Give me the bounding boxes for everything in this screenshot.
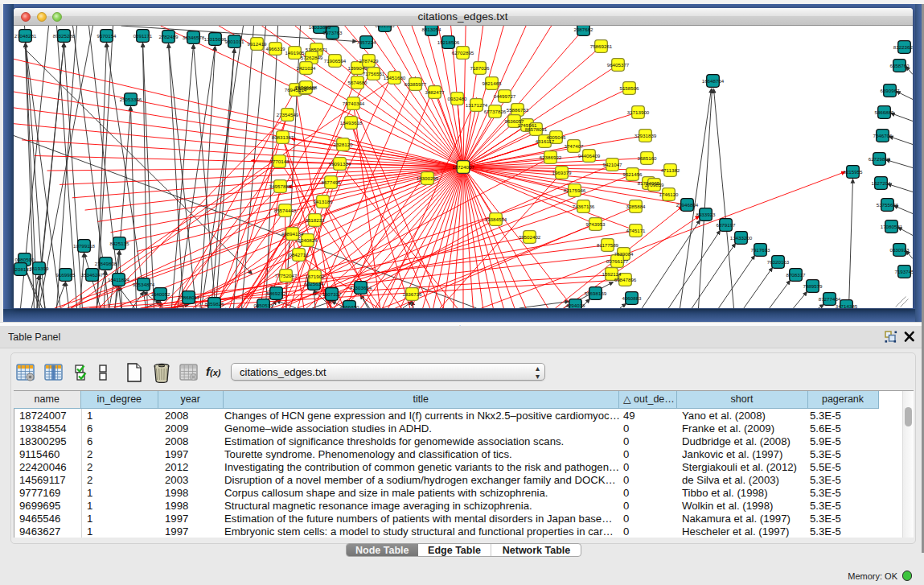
svg-text:9413186: 9413186	[313, 199, 333, 204]
svg-text:49894134: 49894134	[281, 231, 303, 237]
svg-text:82175946: 82175946	[563, 187, 585, 193]
svg-text:80831367: 80831367	[271, 134, 294, 140]
svg-text:67737826: 67737826	[483, 109, 506, 114]
svg-text:1746120: 1746120	[659, 192, 679, 197]
svg-text:3619399: 3619399	[29, 266, 49, 271]
svg-text:0330923: 0330923	[889, 247, 910, 253]
svg-text:16648764: 16648764	[701, 78, 724, 84]
svg-text:9521456: 9521456	[622, 171, 643, 177]
svg-text:4711382: 4711382	[660, 167, 680, 173]
svg-text:5674680: 5674680	[347, 80, 368, 85]
svg-text:31713900: 31713900	[626, 109, 649, 115]
svg-text:3747407: 3747407	[564, 143, 584, 149]
svg-text:94406409: 94406409	[577, 153, 600, 159]
svg-text:27849808: 27849808	[94, 261, 117, 266]
svg-text:71746488: 71746488	[294, 84, 317, 90]
svg-text:4005045: 4005045	[546, 134, 566, 140]
svg-text:39502402: 39502402	[518, 234, 540, 240]
svg-text:1836736: 1836736	[402, 291, 422, 297]
svg-text:00766177: 00766177	[606, 258, 628, 264]
svg-text:3285884: 3285884	[626, 204, 646, 209]
svg-text:2787429: 2787429	[359, 58, 379, 64]
svg-text:9743953: 9743953	[585, 221, 606, 227]
svg-text:81223623: 81223623	[893, 44, 912, 50]
svg-text:8425135: 8425135	[109, 241, 129, 246]
svg-text:32931839: 32931839	[634, 133, 656, 138]
svg-text:38346578: 38346578	[182, 35, 204, 40]
svg-text:7187026: 7187026	[470, 65, 490, 71]
svg-text:9821465: 9821465	[482, 80, 502, 86]
svg-text:93534874: 93534874	[132, 282, 154, 287]
svg-text:4586850: 4586850	[339, 304, 359, 308]
svg-text:6025634: 6025634	[304, 281, 324, 286]
svg-text:86578091: 86578091	[524, 126, 547, 132]
svg-text:13171274: 13171274	[465, 102, 487, 108]
svg-text:43303654: 43303654	[349, 285, 372, 290]
svg-text:27868011: 27868011	[177, 295, 199, 300]
svg-text:0651333: 0651333	[375, 26, 395, 28]
svg-text:1671902: 1671902	[305, 274, 325, 279]
svg-text:04499727: 04499727	[493, 93, 515, 99]
svg-text:1640052: 1640052	[150, 291, 170, 297]
svg-text:96405377: 96405377	[606, 62, 629, 68]
svg-text:89325288: 89325288	[52, 33, 75, 39]
svg-text:53755646: 53755646	[876, 202, 898, 208]
svg-text:4966319: 4966319	[265, 46, 285, 51]
svg-text:9301031: 9301031	[224, 39, 244, 44]
svg-text:6690967: 6690967	[880, 88, 900, 93]
svg-text:7917693: 7917693	[750, 247, 770, 253]
svg-text:85574443: 85574443	[273, 208, 296, 213]
svg-text:3518233: 3518233	[305, 217, 325, 223]
svg-text:1627204: 1627204	[871, 180, 891, 186]
svg-text:12411824: 12411824	[107, 277, 129, 282]
svg-text:5466889: 5466889	[874, 109, 894, 115]
svg-text:81177589: 81177589	[596, 242, 618, 248]
svg-text:9912419: 9912419	[247, 41, 267, 47]
svg-text:7770143: 7770143	[269, 159, 290, 164]
svg-text:6658760: 6658760	[889, 63, 910, 68]
svg-text:2782489: 2782489	[158, 34, 179, 39]
svg-text:27354549: 27354549	[276, 112, 298, 117]
svg-text:34957885: 34957885	[269, 183, 291, 189]
svg-text:77752047: 77752047	[274, 273, 297, 278]
svg-text:13315098: 13315098	[203, 36, 226, 42]
svg-text:17080531: 17080531	[880, 224, 902, 229]
svg-text:60385977: 60385977	[404, 81, 426, 87]
svg-text:3709859: 3709859	[644, 182, 664, 187]
svg-text:0391171: 0391171	[133, 33, 152, 39]
svg-text:7346706: 7346706	[873, 133, 893, 138]
svg-text:4060883: 4060883	[622, 295, 642, 301]
svg-text:62702895: 62702895	[451, 50, 474, 56]
svg-text:6879197: 6879197	[716, 222, 736, 228]
svg-text:8813054: 8813054	[421, 27, 441, 32]
svg-text:8708317: 8708317	[786, 272, 806, 278]
svg-text:55698169: 55698169	[584, 290, 606, 296]
svg-text:1607337: 1607337	[322, 291, 342, 297]
svg-text:7193745: 7193745	[894, 269, 913, 274]
svg-text:1969379: 1969379	[552, 170, 572, 175]
svg-text:34714345: 34714345	[835, 303, 857, 308]
svg-text:3685160: 3685160	[637, 155, 657, 161]
svg-text:87277434: 87277434	[818, 296, 840, 302]
svg-text:0980500: 0980500	[14, 257, 35, 262]
svg-text:4745171: 4745171	[626, 228, 646, 233]
svg-text:25053346: 25053346	[119, 97, 142, 102]
svg-text:5869232: 5869232	[266, 290, 286, 296]
svg-text:0450533: 0450533	[253, 303, 273, 308]
svg-text:7889579: 7889579	[803, 283, 823, 289]
svg-text:13493618: 13493618	[339, 120, 362, 126]
svg-text:10799118: 10799118	[72, 243, 95, 249]
svg-text:9973763: 9973763	[322, 30, 343, 35]
svg-text:55886753: 55886753	[506, 107, 528, 113]
svg-text:76320163: 76320163	[766, 259, 789, 265]
svg-text:35346247: 35346247	[80, 272, 103, 278]
svg-text:15451680: 15451680	[383, 75, 405, 80]
svg-text:5240824: 5240824	[298, 237, 318, 243]
svg-text:79740344: 79740344	[342, 101, 364, 106]
svg-text:74367136: 74367136	[572, 204, 594, 209]
svg-text:19218506: 19218506	[437, 39, 459, 45]
svg-text:29946804: 29946804	[676, 202, 698, 208]
svg-text:1399049: 1399049	[347, 65, 368, 71]
svg-text:8215955: 8215955	[843, 169, 863, 175]
svg-text:57262849: 57262849	[300, 55, 322, 60]
